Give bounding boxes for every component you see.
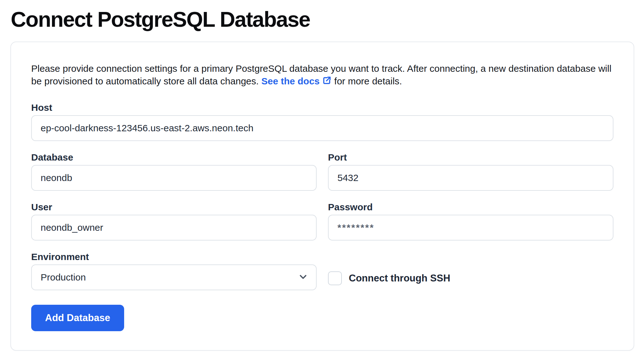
environment-ssh-row: Environment Production Connect through S… (31, 252, 613, 290)
environment-select[interactable]: Production (31, 264, 317, 290)
external-link-icon (322, 76, 332, 89)
description-text: Please provide connection settings for a… (31, 62, 613, 89)
environment-select-wrap: Production (31, 264, 317, 290)
environment-field: Environment Production (31, 252, 317, 290)
database-field: Database (31, 152, 317, 191)
see-the-docs-link-label: See the docs (261, 76, 319, 86)
user-field: User (31, 202, 317, 241)
user-input[interactable] (31, 215, 317, 241)
ssh-checkbox-label[interactable]: Connect through SSH (349, 273, 450, 284)
description-after-link: for more details. (332, 76, 402, 86)
connection-form-card: Please provide connection settings for a… (10, 42, 634, 351)
page-title: Connect PostgreSQL Database (11, 5, 644, 34)
database-label: Database (31, 152, 317, 162)
port-field: Port (328, 152, 613, 191)
ssh-option: Connect through SSH (328, 271, 613, 285)
password-input[interactable] (328, 215, 613, 241)
password-label: Password (328, 202, 613, 212)
database-port-row: Database Port (31, 152, 613, 191)
database-input[interactable] (31, 165, 317, 191)
environment-label: Environment (31, 252, 317, 262)
password-field: Password (328, 202, 613, 241)
user-password-row: User Password (31, 202, 613, 241)
see-the-docs-link[interactable]: See the docs (261, 76, 331, 86)
port-input[interactable] (328, 165, 613, 191)
ssh-checkbox[interactable] (328, 271, 342, 285)
host-input[interactable] (31, 115, 613, 141)
host-label: Host (31, 103, 613, 113)
user-label: User (31, 202, 317, 212)
host-field: Host (31, 103, 613, 141)
add-database-button[interactable]: Add Database (31, 305, 124, 331)
port-label: Port (328, 152, 613, 162)
